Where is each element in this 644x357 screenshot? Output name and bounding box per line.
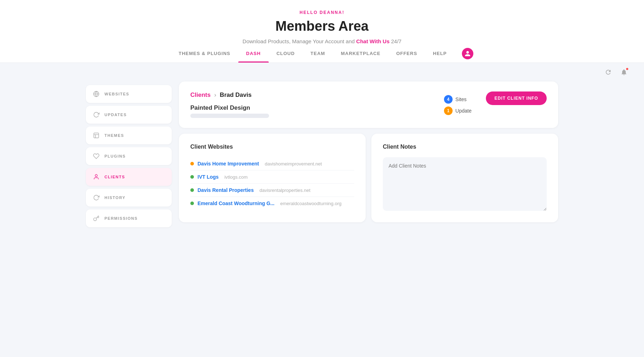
nav-item-team[interactable]: TEAM <box>303 44 333 63</box>
svg-point-5 <box>95 174 97 177</box>
client-header-card: Clients › Brad Davis Painted Pixel Desig… <box>179 81 558 128</box>
hello-greeting: HELLO DEANNA! <box>7 10 637 15</box>
company-name: Painted Pixel Design <box>190 104 444 111</box>
sites-label: Sites <box>455 96 467 102</box>
nav-item-help[interactable]: HELP <box>425 44 455 63</box>
sidebar: WEBSITES UPDATES THEMES PLUGINS CLIENTS … <box>86 85 172 227</box>
notification-icon[interactable] <box>618 66 630 78</box>
website-dot-2 <box>190 175 194 179</box>
chat-link[interactable]: Chat With Us <box>356 38 390 44</box>
content-area: Clients › Brad Davis Painted Pixel Desig… <box>179 81 558 227</box>
website-name-3[interactable]: Davis Rental Properties <box>197 187 254 193</box>
website-item-3: Davis Rental Properties davisrentalprope… <box>190 184 354 197</box>
website-dot-4 <box>190 202 194 205</box>
sidebar-item-clients[interactable]: CLIENTS <box>86 168 172 186</box>
client-name-section: Clients › Brad Davis Painted Pixel Desig… <box>190 91 444 118</box>
website-item-2: IVT Logs ivtlogs.com <box>190 170 354 184</box>
sidebar-item-websites[interactable]: WEBSITES <box>86 85 172 103</box>
website-url-4: emeraldcoastwoodturning.org <box>280 201 341 206</box>
breadcrumb: Clients › Brad Davis <box>190 91 444 99</box>
edit-client-button[interactable]: EDIT CLIENT INFO <box>486 91 547 105</box>
websites-card: Client Websites Davis Home Improvement d… <box>179 134 366 222</box>
notes-card-title: Client Notes <box>383 144 547 150</box>
sidebar-item-updates[interactable]: UPDATES <box>86 106 172 124</box>
website-url-1: davishomeimprovement.net <box>265 161 322 167</box>
nav-item-marketplace[interactable]: MARKETPLACE <box>333 44 389 63</box>
breadcrumb-arrow: › <box>214 91 216 99</box>
website-url-3: davisrentalproperties.net <box>259 188 310 193</box>
user-avatar[interactable] <box>462 48 473 59</box>
website-dot-1 <box>190 162 194 165</box>
toolbar <box>0 63 644 81</box>
updates-badge: 1 <box>444 106 453 115</box>
notes-card: Client Notes <box>371 134 558 222</box>
notes-textarea[interactable] <box>383 157 547 211</box>
website-item-4: Emerald Coast Woodturning G... emeraldco… <box>190 197 354 210</box>
notification-badge <box>625 67 629 71</box>
client-stats: 4 Sites 1 Update <box>444 95 472 115</box>
svg-rect-2 <box>94 133 99 138</box>
bottom-cards: Client Websites Davis Home Improvement d… <box>179 134 558 222</box>
sidebar-item-history[interactable]: HISTORY <box>86 189 172 207</box>
refresh-icon[interactable] <box>602 66 614 78</box>
updates-label: Update <box>455 108 472 114</box>
updates-stat: 1 Update <box>444 106 472 115</box>
breadcrumb-current: Brad Davis <box>220 91 252 99</box>
nav-item-cloud[interactable]: CLOUD <box>269 44 303 63</box>
redacted-email <box>190 114 269 118</box>
main-nav: THEMES & PLUGINS DASH CLOUD TEAM MARKETP… <box>0 44 644 63</box>
sidebar-item-plugins[interactable]: PLUGINS <box>86 147 172 165</box>
nav-item-themes-plugins[interactable]: THEMES & PLUGINS <box>171 44 238 63</box>
website-name-1[interactable]: Davis Home Improvement <box>197 161 259 167</box>
website-item-1: Davis Home Improvement davishomeimprovem… <box>190 157 354 170</box>
websites-card-title: Client Websites <box>190 144 354 150</box>
sites-badge: 4 <box>444 95 453 104</box>
client-stats-and-edit: 4 Sites 1 Update EDIT CLIENT INFO <box>444 91 547 115</box>
subtitle: Download Products, Manage Your Account a… <box>7 38 637 44</box>
page-title: Members Area <box>7 19 637 34</box>
website-dot-3 <box>190 188 194 192</box>
sites-stat: 4 Sites <box>444 95 472 104</box>
sidebar-item-permissions[interactable]: PERMISSIONS <box>86 209 172 227</box>
website-name-4[interactable]: Emerald Coast Woodturning G... <box>197 200 274 206</box>
nav-item-offers[interactable]: OFFERS <box>388 44 425 63</box>
nav-item-dash[interactable]: DASH <box>238 44 269 63</box>
breadcrumb-clients[interactable]: Clients <box>190 91 211 99</box>
sidebar-item-themes[interactable]: THEMES <box>86 127 172 144</box>
website-url-2: ivtlogs.com <box>224 174 248 180</box>
website-name-2[interactable]: IVT Logs <box>197 174 219 180</box>
